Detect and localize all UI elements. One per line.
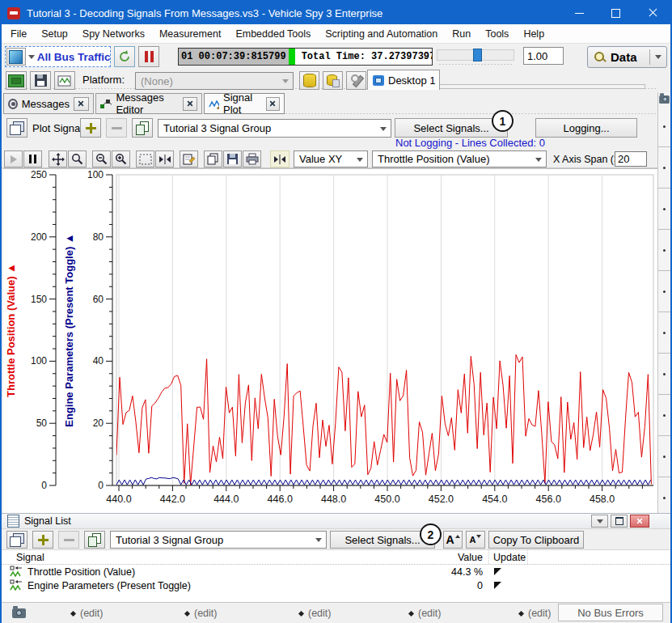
x-axis-span-input[interactable] [615,151,647,167]
camera-icon[interactable] [12,608,26,618]
chart-canvas[interactable]: 050100150200250020406080100440.0442.0444… [3,169,657,512]
menu-scripting-automation[interactable]: Scripting and Automation [318,26,445,42]
tab-messages-close-button[interactable] [74,97,89,111]
splitter-handle[interactable] [658,312,670,354]
signal-list-header[interactable]: Signal List [2,513,670,529]
status-edit-slot[interactable]: (edit) [185,608,217,619]
zoom-in-button[interactable] [112,150,130,167]
maximize-button[interactable] [598,2,634,24]
plot-group-combo[interactable]: Tutorial 3 Signal Group [158,119,391,138]
desktop-tab[interactable]: Desktop 1 [367,70,440,90]
menu-file[interactable]: File [3,26,34,42]
plot-properties-button[interactable] [180,150,198,167]
axis-fit-toggle[interactable] [270,150,290,167]
splitter-handle[interactable] [658,230,670,271]
data-button[interactable]: Data [587,46,667,68]
logging-status-text: Not Logging - Lines Collected: 0 [395,137,545,149]
plot-pause-button[interactable] [23,150,42,167]
svg-text:100: 100 [31,355,47,367]
zoom-tool-button[interactable] [68,150,87,167]
splitter-handle[interactable] [658,354,670,395]
tab-signal-plot[interactable]: Signal Plot [204,93,285,114]
print-plot-button[interactable] [243,150,261,167]
splitter-handle[interactable] [658,395,670,436]
pan-tool-button[interactable] [49,150,67,167]
copy-plot-button[interactable] [204,150,222,167]
options-button[interactable] [346,71,366,90]
pause-capture-button[interactable] [138,46,159,67]
slider-handle[interactable] [473,49,482,61]
snapshot-camera-icon[interactable] [658,92,670,106]
active-signal-combo[interactable]: Throttle Position (Value) [372,150,547,167]
panel-restore-button[interactable] [611,515,628,528]
tab-messages[interactable]: Messages [3,93,94,114]
database-button[interactable] [299,71,319,90]
save-setup-button[interactable] [30,71,51,90]
remove-signal-group-button[interactable] [58,531,79,549]
panel-close-button[interactable] [630,515,649,528]
table-row[interactable]: Throttle Position (Value) 44.3 % [2,565,670,578]
hardware-button[interactable] [6,71,27,90]
fit-x-button[interactable] [155,150,174,167]
column-update[interactable]: Update [493,552,526,563]
wrench-icon [350,74,363,87]
tab-signal-plot-close-button[interactable] [266,97,280,111]
splitter-handle[interactable] [658,106,670,147]
playback-speed-slider[interactable] [437,49,514,61]
minimize-button[interactable] [561,2,598,24]
table-row[interactable]: Engine Parameters (Present Toggle) 0 [2,578,670,592]
status-edit-slot[interactable]: (edit) [299,608,331,619]
column-value[interactable]: Value [458,552,483,563]
data-chevron-down-icon[interactable] [655,55,661,59]
splitter-handle[interactable] [658,147,670,189]
menu-embedded-tools[interactable]: Embedded Tools [228,26,318,42]
status-edit-slot[interactable]: (edit) [71,608,103,619]
save-plot-button[interactable] [223,150,242,167]
select-region-button[interactable] [136,150,154,167]
plot-mode-combo[interactable]: Value XY [294,150,368,167]
signal-table-header[interactable]: Signal Value Update [2,550,670,565]
refresh-button[interactable] [114,46,135,67]
logging-button[interactable]: Logging... [535,118,637,138]
plot-panel-menu-button[interactable] [6,118,27,138]
copy-plot-group-button[interactable] [132,118,153,138]
menu-spy-networks[interactable]: Spy Networks [75,26,152,42]
menu-tools[interactable]: Tools [478,26,516,42]
right-splitter-strip[interactable] [657,92,670,513]
font-decrease-button[interactable]: A [466,531,485,549]
database-add-button[interactable] [323,71,343,90]
menu-measurement[interactable]: Measurement [152,26,228,42]
splitter-handle[interactable] [658,189,670,230]
menu-help[interactable]: Help [516,26,552,42]
status-edit-slot[interactable]: (edit) [519,608,551,619]
copy-signal-group-button[interactable] [84,531,105,549]
menu-run[interactable]: Run [445,26,478,42]
plot-play-button[interactable] [4,150,23,167]
menu-setup[interactable]: Setup [34,26,75,42]
tab-messages-editor[interactable]: Messages Editor [95,93,202,114]
splitter-handle[interactable] [658,436,670,477]
bus-filter-icon-button[interactable] [6,48,26,66]
copy-to-clipboard-button[interactable]: Copy To Clipboard [488,531,584,549]
tab-messages-editor-close-button[interactable] [183,97,197,111]
remove-plot-group-button[interactable] [106,118,127,138]
panel-menu-button[interactable] [591,515,608,528]
signal-plot-chart[interactable]: 050100150200250020406080100440.0442.0444… [3,168,657,513]
speed-value-input[interactable] [523,47,564,65]
logger-button[interactable] [54,71,75,90]
add-signal-group-button[interactable] [32,531,53,549]
splitter-handle[interactable] [658,271,670,312]
bus-filter-combo[interactable]: All Bus Traffic [5,46,111,67]
vehicle-spy-window: Tutorial 3 - Decoding Signals From Messa… [0,0,672,623]
add-plot-group-button[interactable] [80,118,101,138]
platform-combo[interactable]: (None) [135,72,294,90]
signal-list-menu-button[interactable] [6,531,27,549]
zoom-out-button[interactable] [92,150,111,167]
close-button[interactable] [634,2,670,24]
signal-group-combo[interactable]: Tutorial 3 Signal Group [110,531,327,549]
font-increase-button[interactable]: A [443,531,463,549]
titlebar[interactable]: Tutorial 3 - Decoding Signals From Messa… [2,2,670,24]
select-signals-button[interactable]: Select Signals... [395,118,508,138]
column-signal[interactable]: Signal [16,552,44,563]
status-edit-slot[interactable]: (edit) [409,608,441,619]
